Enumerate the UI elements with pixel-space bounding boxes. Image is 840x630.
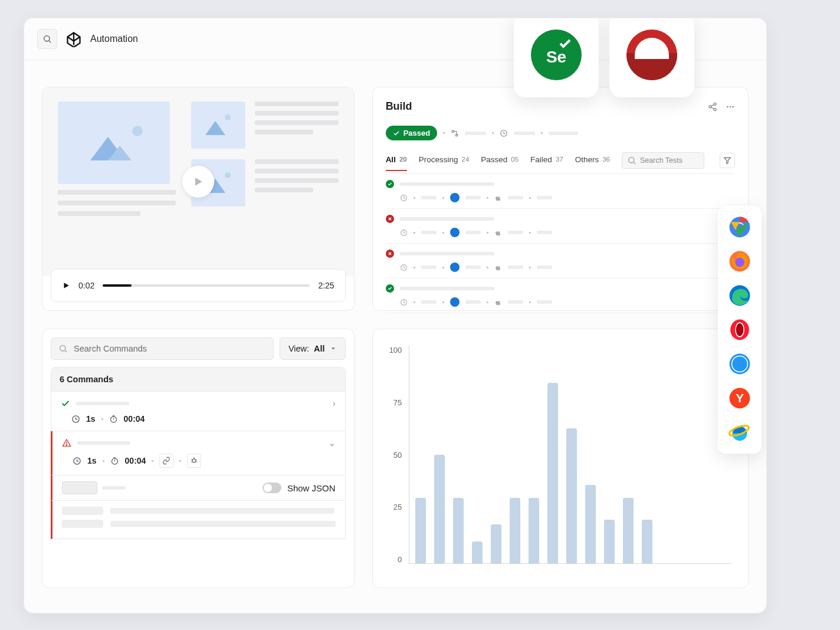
check-icon [61,399,70,408]
svg-point-11 [714,103,716,105]
bug-icon[interactable] [187,454,201,468]
ie-icon[interactable] [728,421,752,444]
test-row[interactable] [386,244,735,278]
chevron-down-icon[interactable]: ⌄ [329,438,336,448]
link-icon[interactable] [159,454,173,468]
video-progress-bar[interactable] [103,284,310,287]
y-tick-label: 25 [393,503,402,511]
yandex-icon[interactable]: Y [728,386,752,410]
browser-chip-icon [450,228,460,237]
test-row[interactable] [386,278,735,313]
command-duration: 1s [87,456,97,465]
svg-point-41 [66,445,67,445]
svg-text:Y: Y [736,391,744,405]
play-icon[interactable] [62,281,70,290]
apple-icon [494,264,502,271]
app-window: Automation [24,18,767,613]
chart-bar [529,498,539,563]
tab-others[interactable]: Others36 [575,155,610,171]
tab-passed[interactable]: Passed05 [481,155,519,171]
status-badge: Passed [386,126,438,140]
safari-icon[interactable] [728,352,752,376]
clock-icon [400,264,408,271]
browser-sidebar: Y [718,206,762,454]
build-tabs: All20 Processing24 Passed05 Failed37 Oth… [386,152,735,174]
chrome-icon[interactable] [728,215,752,239]
chart-bar [585,485,596,563]
stopwatch-icon [110,457,119,465]
opera-icon[interactable] [728,318,752,342]
share-icon[interactable] [708,102,717,111]
search-icon [627,156,636,165]
commands-count-header: 6 Commands [51,367,346,392]
search-tests-input[interactable]: Search Tests [622,152,704,169]
browser-chip-icon [450,297,460,307]
svg-point-13 [714,108,716,110]
play-button[interactable] [182,166,214,198]
check-icon [393,130,400,137]
brand-badges: Se [514,18,694,97]
y-tick-label: 50 [393,451,402,460]
clock-icon [73,457,81,465]
view-dropdown[interactable]: View: All [280,337,346,360]
tab-failed[interactable]: Failed37 [530,155,563,171]
tab-processing[interactable]: Processing24 [419,155,470,171]
test-row[interactable] [386,209,735,244]
chart-bar [566,428,577,563]
chart-bar [434,455,445,564]
svg-point-12 [709,106,711,108]
y-tick-label: 100 [389,346,402,355]
redmine-badge [609,18,694,97]
svg-point-22 [629,158,634,163]
svg-marker-5 [205,121,225,135]
tests-list [386,174,735,313]
command-row[interactable]: › 1s 00:04 [51,392,346,431]
global-search-button[interactable] [37,29,57,49]
placeholder-image [58,101,170,184]
command-elapsed: 00:04 [124,414,145,424]
svg-marker-35 [332,348,335,350]
show-json-toggle[interactable] [262,483,281,493]
more-icon[interactable] [726,102,735,111]
chart-bar [510,498,520,563]
svg-point-16 [727,106,729,107]
clock-icon [400,229,408,237]
selenium-icon: Se [531,29,582,80]
firefox-icon[interactable] [728,250,752,273]
command-row[interactable]: ⌄ 1s 00:04 [51,431,346,475]
tab-all[interactable]: All20 [386,155,407,171]
clock-icon [500,129,508,137]
edge-icon[interactable] [728,284,752,307]
browser-chip-icon [450,193,460,202]
svg-point-46 [192,459,196,462]
browser-chip-icon [450,262,460,272]
svg-point-8 [225,172,231,178]
search-commands-placeholder: Search Commands [74,344,147,353]
show-json-label: Show JSON [287,483,336,493]
chart-bar [547,383,558,563]
chart-y-axis: 1007550250 [389,346,409,564]
clock-icon [400,298,408,306]
json-table [51,501,346,539]
filter-button[interactable] [720,153,735,168]
test-row[interactable] [386,174,735,209]
svg-point-6 [225,114,231,120]
svg-point-17 [730,106,731,107]
placeholder-image-small [191,101,245,149]
apple-icon [494,194,502,202]
status-dot-icon [386,180,394,188]
status-dot-icon [386,284,394,293]
chevron-right-icon[interactable]: › [333,399,336,408]
svg-line-15 [711,107,714,109]
search-commands-input[interactable]: Search Commands [51,337,274,360]
y-tick-label: 75 [393,398,402,407]
status-dot-icon [386,250,394,258]
svg-point-18 [732,106,734,107]
video-total-time: 2:25 [318,281,334,290]
play-icon [192,176,204,188]
stopwatch-icon [109,415,118,424]
svg-line-14 [711,104,714,106]
chart-bar [623,498,634,563]
search-icon [42,34,52,44]
video-preview-card: 0:02 2:25 [42,87,355,311]
